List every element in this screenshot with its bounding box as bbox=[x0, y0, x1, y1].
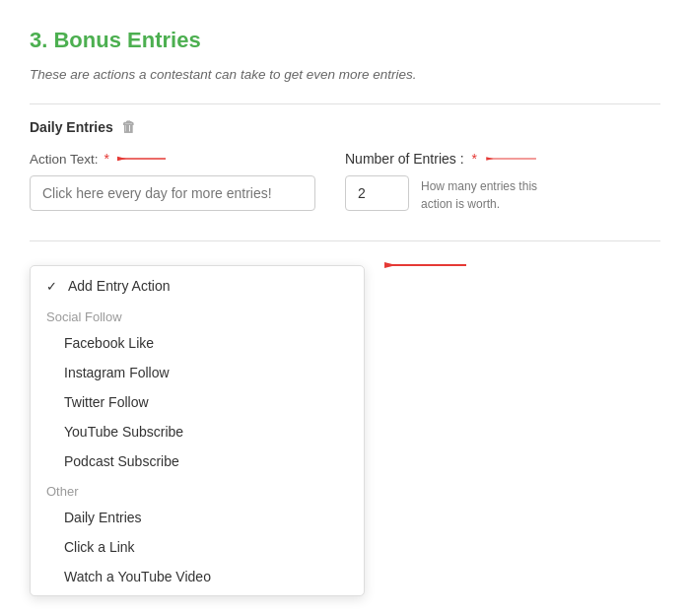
dropdown-item-podcast-subscribe[interactable]: Podcast Subscribe bbox=[31, 446, 364, 476]
subtitle: These are actions a contestant can take … bbox=[30, 67, 660, 82]
action-text-label-row: Action Text: * bbox=[30, 149, 315, 169]
action-text-group: Action Text: * bbox=[30, 149, 315, 211]
trash-icon[interactable]: 🗑 bbox=[121, 118, 136, 135]
dropdown-menu[interactable]: ✓ Add Entry Action Social Follow Faceboo… bbox=[30, 265, 365, 596]
section-title: 3. Bonus Entries bbox=[30, 28, 660, 53]
number-entries-label-row: Number of Entries : * bbox=[345, 149, 549, 169]
number-entries-required-star: * bbox=[472, 151, 477, 167]
entries-hint: How many entries this action is worth. bbox=[421, 177, 549, 213]
action-text-required-star: * bbox=[104, 151, 109, 167]
dropdown-item-daily-entries[interactable]: Daily Entries bbox=[31, 503, 364, 532]
dropdown-item-twitter-follow[interactable]: Twitter Follow bbox=[31, 387, 364, 417]
dropdown-arrow bbox=[382, 255, 471, 275]
dropdown-item-add-entry[interactable]: ✓ Add Entry Action bbox=[31, 270, 364, 302]
number-entries-input[interactable] bbox=[345, 175, 409, 211]
dropdown-item-watch-youtube[interactable]: Watch a YouTube Video bbox=[31, 562, 364, 591]
title-text: Bonus Entries bbox=[53, 28, 200, 52]
action-text-label: Action Text: bbox=[30, 152, 99, 167]
dropdown-group-social-follow: Social Follow bbox=[31, 302, 364, 328]
number-entries-group: Number of Entries : * How many entries t… bbox=[345, 149, 549, 213]
dropdown-item-label-add-entry: Add Entry Action bbox=[68, 278, 171, 294]
fields-row: Action Text: * Number of Entries : * bbox=[30, 149, 660, 213]
dropdown-trigger-row: ✓ Add Entry Action Social Follow Faceboo… bbox=[30, 255, 660, 275]
step-number: 3. bbox=[30, 28, 47, 52]
dropdown-item-instagram-follow[interactable]: Instagram Follow bbox=[31, 358, 364, 387]
action-text-arrow bbox=[115, 149, 170, 169]
daily-entries-label: Daily Entries bbox=[30, 119, 113, 135]
daily-entries-section-label: Daily Entries 🗑 bbox=[30, 118, 660, 135]
number-entries-label: Number of Entries : bbox=[345, 151, 464, 167]
number-entries-arrow bbox=[485, 149, 539, 169]
divider-top bbox=[30, 103, 660, 104]
dropdown-item-youtube-subscribe[interactable]: YouTube Subscribe bbox=[31, 417, 364, 446]
dropdown-item-click-a-link[interactable]: Click a Link bbox=[31, 532, 364, 562]
checkmark-icon: ✓ bbox=[46, 279, 60, 294]
bottom-section: ✓ Add Entry Action Social Follow Faceboo… bbox=[30, 255, 660, 275]
dropdown-group-other: Other bbox=[31, 476, 364, 503]
divider-bottom bbox=[30, 240, 660, 241]
dropdown-item-facebook-like[interactable]: Facebook Like bbox=[31, 328, 364, 358]
action-text-input[interactable] bbox=[30, 175, 315, 211]
number-group: How many entries this action is worth. bbox=[345, 175, 549, 213]
